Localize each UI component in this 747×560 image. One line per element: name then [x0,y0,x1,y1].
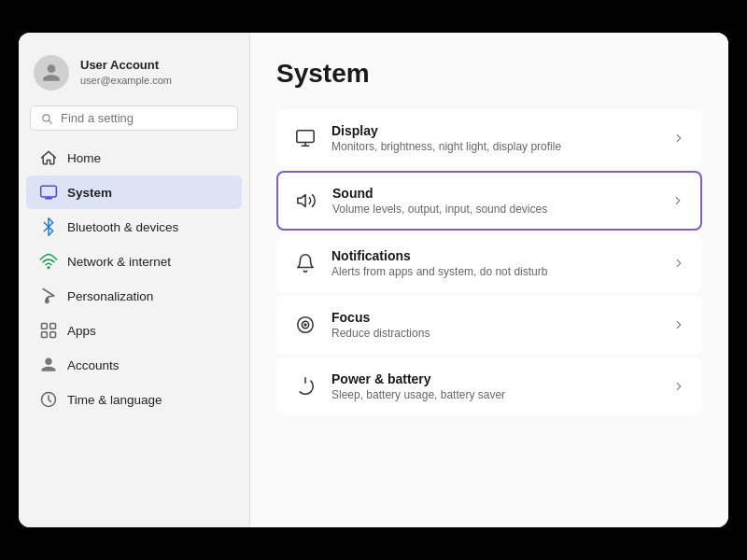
svg-rect-2 [42,324,48,329]
focus-icon [292,312,318,338]
nav-list: Home System Bluetooth & [19,140,249,527]
main-content: System Display Monitors, brightness, nig… [250,33,728,527]
focus-desc: Reduce distractions [331,327,658,340]
notifications-title: Notifications [331,248,658,263]
chevron-right-icon [671,256,686,271]
profile-name: User Account [80,58,172,74]
settings-item-sound[interactable]: Sound Volume levels, output, input, soun… [276,171,702,231]
chevron-right-icon [671,379,686,394]
sidebar-item-label: Bluetooth & devices [67,220,178,234]
notifications-desc: Alerts from apps and system, do not dist… [331,265,658,278]
brush-icon [39,287,58,305]
sound-text: Sound Volume levels, output, input, soun… [332,186,657,216]
chevron-right-icon [670,193,685,208]
svg-rect-0 [41,186,57,197]
accounts-icon [39,356,58,374]
svg-rect-3 [50,324,56,329]
sidebar-item-label: Home [67,151,101,165]
settings-item-notifications[interactable]: Notifications Alerts from apps and syste… [276,234,702,292]
page-title: System [276,59,702,89]
notifications-text: Notifications Alerts from apps and syste… [331,248,658,278]
display-icon [292,125,318,151]
settings-item-power[interactable]: Power & battery Sleep, battery usage, ba… [276,357,702,415]
sidebar-item-label: Time & language [67,393,162,407]
focus-title: Focus [331,310,658,325]
network-icon [39,252,58,271]
sidebar-item-bluetooth[interactable]: Bluetooth & devices [26,210,242,244]
sidebar-item-time[interactable]: Time & language [26,383,242,416]
sidebar-item-apps[interactable]: Apps [26,314,242,347]
svg-point-1 [48,267,49,269]
power-title: Power & battery [331,371,658,386]
display-text: Display Monitors, brightness, night ligh… [331,123,658,153]
display-desc: Monitors, brightness, night light, displ… [331,140,658,153]
profile-email: user@example.com [80,74,172,87]
svg-rect-5 [50,332,56,338]
sidebar-item-label: Accounts [67,358,120,372]
sidebar-item-label: Personalization [67,289,153,303]
settings-item-display[interactable]: Display Monitors, brightness, night ligh… [276,109,702,167]
focus-text: Focus Reduce distractions [331,310,658,340]
chevron-right-icon [671,317,686,332]
profile-text: User Account user@example.com [80,58,172,87]
sound-icon [293,188,319,214]
sound-desc: Volume levels, output, input, sound devi… [332,203,657,216]
power-icon [292,373,318,399]
svg-point-10 [304,324,306,326]
home-icon [39,148,58,167]
sidebar-item-label: Apps [67,324,96,338]
sidebar-item-home[interactable]: Home [26,141,242,175]
chevron-right-icon [671,131,686,146]
power-text: Power & battery Sleep, battery usage, ba… [331,371,658,401]
clock-icon [39,390,58,409]
system-icon [39,183,58,202]
settings-window: User Account user@example.com Home [19,33,728,527]
settings-list: Display Monitors, brightness, night ligh… [276,109,702,415]
power-desc: Sleep, battery usage, battery saver [331,388,658,401]
notifications-icon [292,250,318,276]
search-icon [40,112,53,125]
svg-rect-4 [42,332,48,338]
sidebar-item-system[interactable]: System [26,175,242,209]
sidebar-item-label: System [67,186,112,200]
sidebar-item-network[interactable]: Network & internet [26,245,242,278]
display-title: Display [331,123,658,138]
apps-icon [39,321,58,340]
sidebar: User Account user@example.com Home [19,33,250,527]
sound-title: Sound [332,186,657,201]
profile-section[interactable]: User Account user@example.com [19,40,249,102]
search-box[interactable] [30,105,238,131]
avatar [34,55,69,91]
person-icon [41,63,62,83]
sidebar-item-label: Network & internet [67,255,171,269]
sidebar-item-personalization[interactable]: Personalization [26,279,242,313]
bluetooth-icon [39,217,58,236]
svg-rect-7 [297,131,314,143]
search-input[interactable] [61,111,228,125]
settings-item-focus[interactable]: Focus Reduce distractions [276,296,702,354]
sidebar-item-accounts[interactable]: Accounts [26,348,242,382]
